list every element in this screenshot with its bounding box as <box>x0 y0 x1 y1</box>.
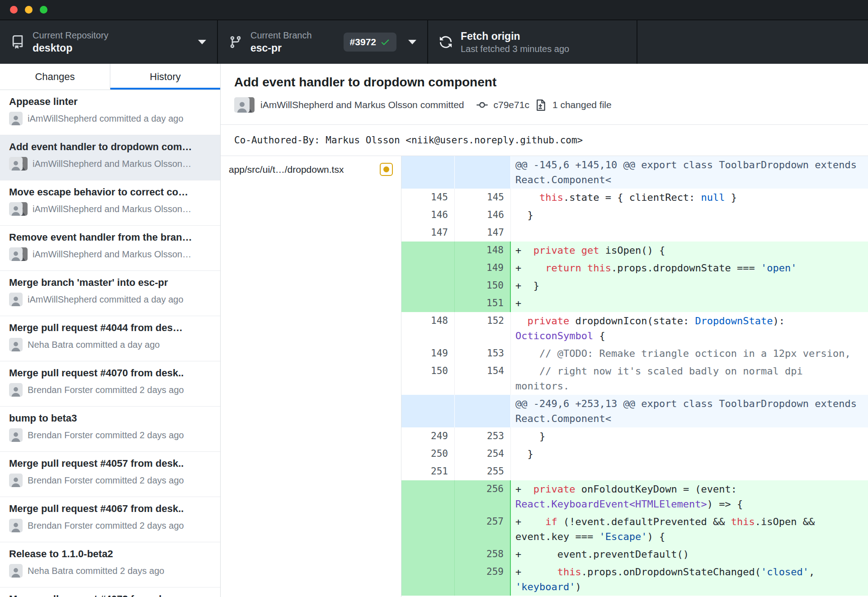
avatar <box>9 247 23 261</box>
commit-list-title: Merge pull request #4067 from desk.. <box>9 503 211 515</box>
current-branch-value: esc-pr <box>250 42 312 54</box>
current-repository-value: desktop <box>33 42 108 54</box>
commit-list-item[interactable]: Move escape behavior to correct co…iAmWi… <box>0 180 220 226</box>
diff-old-line-number: 150 <box>401 362 455 395</box>
diff-new-line-number: 150 <box>455 277 511 294</box>
diff-old-line-number: 145 <box>401 189 455 206</box>
tab-history[interactable]: History <box>110 64 220 90</box>
diff-new-line-number: 256 <box>455 480 511 513</box>
diff-code-line: + this.props.onDropdownStateChanged('clo… <box>511 563 868 596</box>
minimize-button[interactable] <box>25 6 33 14</box>
zoom-button[interactable] <box>40 6 47 14</box>
commit-list-title: Move escape behavior to correct co… <box>9 186 211 198</box>
diff-view: @@ -145,6 +145,10 @@ export class Toolba… <box>401 156 868 597</box>
diff-old-line-number <box>401 480 455 513</box>
commit-list-title: Appease linter <box>9 96 211 108</box>
close-button[interactable] <box>10 6 18 14</box>
diff-code-line: this.state = { clientRect: null } <box>511 189 868 206</box>
traffic-lights <box>10 6 47 14</box>
diff-new-line-number: 146 <box>455 206 511 224</box>
diff-code-line: } <box>511 427 868 445</box>
history-sidebar: ChangesHistory Appease linteriAmWillShep… <box>0 64 221 597</box>
diff-row-context: 148152 private dropdownIcon(state: Dropd… <box>401 312 868 345</box>
commit-detail-panel: Add event handler to dropdown component … <box>221 64 868 597</box>
diff-old-line-number <box>401 563 455 596</box>
toolbar: Current Repository desktop Current Branc… <box>0 19 868 64</box>
sync-icon <box>439 35 453 49</box>
avatar <box>9 383 23 397</box>
commit-list-item[interactable]: Remove event handler from the bran…iAmWi… <box>0 226 220 271</box>
commit-list-item[interactable]: Merge pull request #4067 from desk..Bren… <box>0 497 220 542</box>
diff-row-hunk: @@ -249,6 +253,13 @@ export class Toolba… <box>401 395 868 427</box>
diff-row-context: 249253 } <box>401 427 868 445</box>
commit-list-item[interactable]: Merge pull request #4057 from desk..Bren… <box>0 452 220 497</box>
diff-code-line: + <box>511 294 868 312</box>
fetch-origin-subtitle: Last fetched 3 minutes ago <box>461 44 569 54</box>
avatar <box>9 338 23 351</box>
diff-new-line-number: 147 <box>455 224 511 242</box>
diff-old-line-number <box>401 513 455 545</box>
diff-row-context: 145145 this.state = { clientRect: null } <box>401 189 868 206</box>
repository-picker-button[interactable]: Current Repository desktop <box>0 20 218 64</box>
commit-list-title: Remove event handler from the bran… <box>9 232 211 243</box>
avatar <box>9 157 23 171</box>
avatar <box>9 519 23 532</box>
pr-number-badge: #3972 <box>344 33 396 52</box>
diff-old-line-number: 149 <box>401 345 455 362</box>
diff-new-line-number: 154 <box>455 362 511 395</box>
commit-list-meta: iAmWillShepherd and Markus Olsson… <box>33 204 191 214</box>
diff-new-line-number: 152 <box>455 312 511 345</box>
avatar <box>9 293 23 306</box>
diff-code-line: // right now it's scaled badly on normal… <box>511 362 868 395</box>
commit-list-item[interactable]: bump to beta3Brendan Forster committed 2… <box>0 407 220 452</box>
avatar <box>9 112 23 125</box>
current-branch-label: Current Branch <box>250 30 312 41</box>
diff-code-line: + } <box>511 277 868 294</box>
commit-list-item[interactable]: Add event handler to dropdown com…iAmWil… <box>0 135 220 180</box>
avatar <box>9 202 28 216</box>
diff-code-line: + return this.props.dropdownState === 'o… <box>511 259 868 277</box>
diff-code-line: + event.preventDefault() <box>511 545 868 563</box>
changed-file-row[interactable]: app/src/ui/t…/dropdown.tsx <box>221 156 401 183</box>
avatar <box>9 519 23 532</box>
modified-status-icon <box>380 163 393 176</box>
branch-picker-button[interactable]: Current Branch esc-pr #3972 <box>218 20 428 64</box>
diff-row-added: 151+ <box>401 294 868 312</box>
commit-list-item[interactable]: Merge pull request #4072 from d… <box>0 588 220 597</box>
commit-list-title: Merge branch 'master' into esc-pr <box>9 277 211 289</box>
commit-list-meta: iAmWillShepherd committed a day ago <box>28 114 184 124</box>
diff-code-line: @@ -249,6 +253,13 @@ export class Toolba… <box>511 395 868 427</box>
avatar <box>9 428 23 442</box>
check-icon <box>380 37 390 47</box>
diff-code-line: + if (!event.defaultPrevented && this.is… <box>511 513 868 545</box>
avatar <box>9 202 23 216</box>
git-branch-icon <box>229 35 242 49</box>
commit-list-meta: iAmWillShepherd committed a day ago <box>28 294 184 305</box>
diff-new-line-number: 145 <box>455 189 511 206</box>
diff-new-line-number: 149 <box>455 259 511 277</box>
diff-row-hunk: @@ -145,6 +145,10 @@ export class Toolba… <box>401 156 868 189</box>
commit-authors: iAmWillShepherd and Markus Olsson commit… <box>260 100 464 110</box>
commit-list-item[interactable]: Merge branch 'master' into esc-priAmWill… <box>0 271 220 316</box>
avatar <box>9 474 23 487</box>
diff-old-line-number <box>401 395 455 427</box>
diff-old-line-number: 148 <box>401 312 455 345</box>
diff-row-added: 149+ return this.props.dropdownState ===… <box>401 259 868 277</box>
commit-list-item[interactable]: Merge pull request #4070 from desk..Bren… <box>0 361 220 407</box>
diff-row-context: 251255 <box>401 463 868 480</box>
avatar <box>9 564 23 578</box>
commit-list-title: Add event handler to dropdown com… <box>9 141 211 153</box>
commit-list-item[interactable]: Appease linteriAmWillShepherd committed … <box>0 90 220 135</box>
repo-icon <box>11 35 24 49</box>
tab-changes[interactable]: Changes <box>0 64 110 90</box>
toolbar-spacer <box>637 20 868 64</box>
commit-list-item[interactable]: Merge pull request #4044 from des…Neha B… <box>0 316 220 361</box>
fetch-origin-button[interactable]: Fetch origin Last fetched 3 minutes ago <box>428 20 637 64</box>
commit-list-item[interactable]: Release to 1.1.0-beta2Neha Batra committ… <box>0 542 220 588</box>
avatar <box>9 112 23 125</box>
commit-sha: c79e71c <box>494 100 529 110</box>
diff-new-line-number <box>455 395 511 427</box>
diff-code-line <box>511 224 868 242</box>
commit-list-meta: Neha Batra committed a day ago <box>28 340 160 350</box>
avatar <box>9 338 23 351</box>
